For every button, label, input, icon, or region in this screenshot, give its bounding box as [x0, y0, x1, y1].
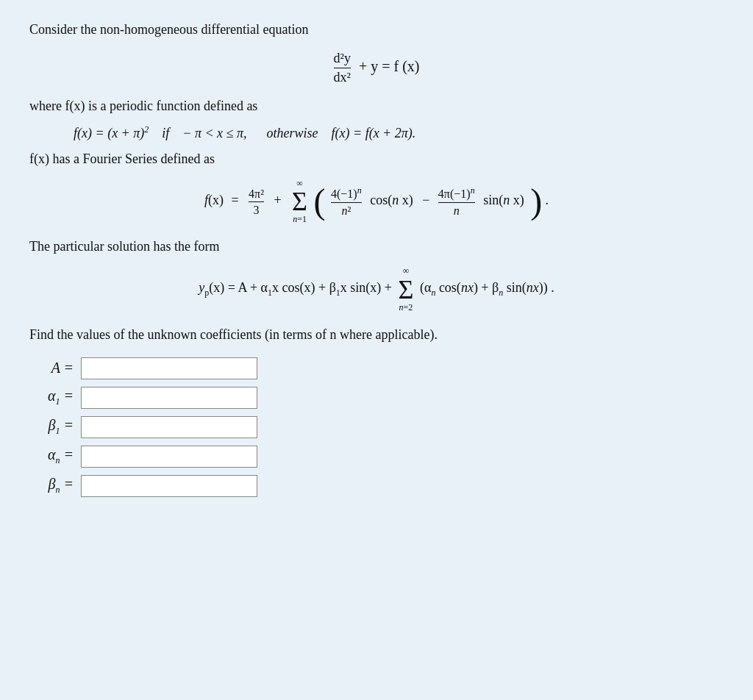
input-alphan[interactable] — [81, 446, 257, 468]
input-betan[interactable] — [81, 475, 257, 497]
input-row-A: A = — [29, 357, 724, 379]
piecewise-def: f(x) = (x + π)2 if − π < x ≤ π, otherwis… — [74, 124, 724, 141]
where-text: where f(x) is a periodic function define… — [29, 99, 724, 114]
input-row-alphan: αn = — [29, 446, 724, 468]
label-alpha1: α1 = — [29, 388, 74, 407]
label-alphan: αn = — [29, 446, 74, 466]
label-beta1: β1 = — [29, 417, 74, 437]
ode-equation: d²y dx² + y = f (x) — [29, 51, 724, 85]
particular-heading: The particular solution has the form — [29, 239, 724, 254]
label-betan: βn = — [29, 476, 74, 496]
input-row-alpha1: α1 = — [29, 387, 724, 409]
input-row-beta1: β1 = — [29, 416, 724, 438]
input-beta1[interactable] — [81, 416, 257, 438]
input-row-betan: βn = — [29, 475, 724, 497]
d2y-fraction: d²y dx² — [334, 51, 351, 85]
particular-equation: yp(x) = A + α1x cos(x) + β1x sin(x) + ∞ … — [29, 266, 724, 312]
find-text: Find the values of the unknown coefficie… — [29, 327, 724, 343]
input-A[interactable] — [81, 357, 257, 379]
fourier-heading: f(x) has a Fourier Series defined as — [29, 151, 724, 167]
fourier-equation: f(x) = 4π² 3 + ∞ Σ n=1 ( 4(−1)n n² cos(n… — [29, 179, 724, 224]
intro-text: Consider the non-homogeneous differentia… — [29, 22, 724, 38]
ode-rest: + y = f (x) — [359, 58, 420, 74]
label-A: A = — [29, 360, 74, 376]
input-alpha1[interactable] — [81, 387, 257, 409]
